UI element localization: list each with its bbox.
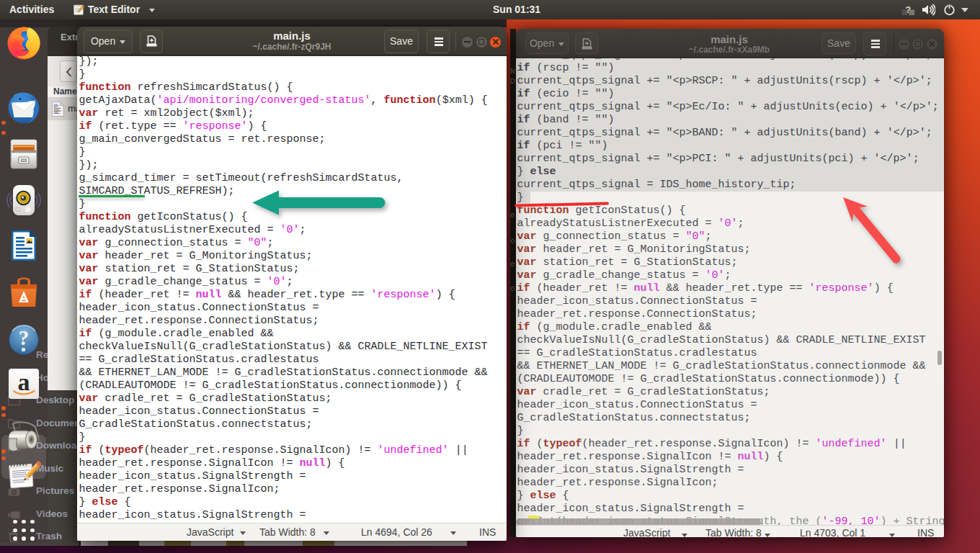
svg-text:?: ? <box>905 4 911 15</box>
svg-text:a: a <box>18 369 30 395</box>
svg-text:?: ? <box>19 326 30 349</box>
